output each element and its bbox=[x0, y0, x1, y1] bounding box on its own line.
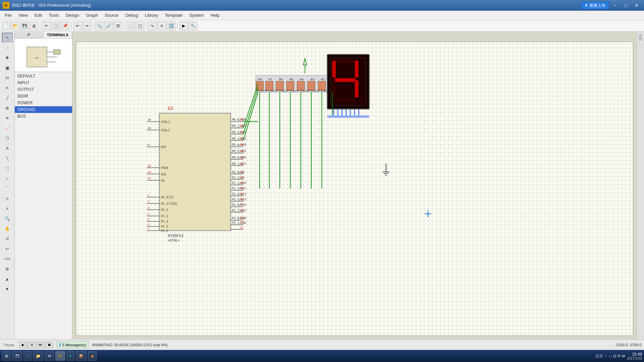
scroll-up-tool[interactable]: ▲ bbox=[2, 274, 13, 284]
text-tool[interactable]: lbl bbox=[2, 73, 13, 82]
browser-button[interactable]: e bbox=[23, 351, 32, 361]
step-button[interactable]: ⏭ bbox=[37, 342, 45, 348]
toolbar-separator-3 bbox=[93, 22, 93, 29]
svg-text:1: 1 bbox=[148, 194, 149, 197]
svg-text:U1: U1 bbox=[168, 106, 173, 111]
maximize-button[interactable]: □ bbox=[621, 2, 631, 9]
zoom-fit-button[interactable]: ⊡ bbox=[114, 21, 122, 30]
app8-button[interactable]: ◆ bbox=[88, 351, 97, 361]
place-bus-button[interactable]: ≡ bbox=[157, 21, 166, 30]
terminal-power[interactable]: POWER bbox=[15, 100, 72, 106]
pan-tool[interactable]: ⊕ bbox=[2, 264, 13, 274]
undo-button[interactable]: ↩ bbox=[73, 21, 82, 30]
menu-item-file[interactable]: File bbox=[1, 11, 15, 19]
select-tool[interactable]: ↖ bbox=[2, 33, 13, 42]
close-button[interactable]: ✕ bbox=[632, 2, 641, 9]
green-app-button[interactable]: ● bbox=[66, 351, 75, 361]
menu-item-tools[interactable]: Tools bbox=[45, 11, 62, 19]
annotation-tool[interactable]: A bbox=[2, 143, 13, 153]
hand-tool[interactable]: ✋ bbox=[2, 224, 13, 233]
deselect-button[interactable]: ▢ bbox=[136, 21, 144, 30]
terminal-input[interactable]: INPUT bbox=[15, 79, 72, 86]
terminal-bidir[interactable]: BIDIR bbox=[15, 93, 72, 100]
line-tool[interactable]: ╲ bbox=[2, 154, 13, 163]
rotate-tool[interactable]: ↺ bbox=[2, 234, 13, 243]
add-tool[interactable]: ✚ bbox=[2, 53, 13, 62]
paste-button[interactable]: 📌 bbox=[61, 21, 69, 30]
svg-text:PULLUP: PULLUP bbox=[258, 89, 268, 92]
menu-item-edit[interactable]: Edit bbox=[31, 11, 45, 19]
zoom-in-button[interactable]: 🔍 bbox=[95, 21, 104, 30]
explorer-button[interactable]: 📁 bbox=[33, 351, 44, 361]
zoom-out-button[interactable]: 🔎 bbox=[104, 21, 113, 30]
messages-indicator[interactable]: ℹ 5 Messages(s) bbox=[57, 341, 89, 348]
taskbar: ⊞ 🗔 e 📁 ✉ IS ● 📦 ◆ 桌面 › ↑↓ ⊡ 中 M 15:49 2… bbox=[0, 350, 644, 362]
arc-tool[interactable]: ⌒ bbox=[2, 184, 13, 193]
debug-button[interactable]: 🔧 bbox=[189, 21, 197, 30]
no-connect-tool[interactable]: ✕ bbox=[2, 113, 13, 123]
place-component-tool[interactable]: → bbox=[2, 43, 13, 52]
terminal-bus[interactable]: BUS bbox=[15, 113, 72, 120]
wire-tool[interactable]: ╱ bbox=[2, 93, 13, 103]
redo-button[interactable]: ↪ bbox=[83, 21, 91, 30]
app7-button[interactable]: 📦 bbox=[76, 351, 87, 361]
menu-item-help[interactable]: Help bbox=[207, 11, 223, 19]
play-button[interactable]: ▶ bbox=[19, 342, 27, 348]
graph-tool[interactable]: 📈 bbox=[2, 123, 13, 133]
toolbar-separator-6 bbox=[177, 22, 177, 29]
svg-text:P1.3: P1.3 bbox=[161, 215, 168, 218]
svg-text:4: 4 bbox=[148, 213, 149, 216]
menu-item-library[interactable]: Library bbox=[142, 11, 162, 19]
menu-item-template[interactable]: Template bbox=[162, 11, 186, 19]
terminal-ground[interactable]: GROUND bbox=[15, 106, 72, 113]
tab-terminals[interactable]: TERMINALS bbox=[44, 32, 72, 38]
menu-item-system[interactable]: System bbox=[186, 11, 207, 19]
new-button[interactable]: 📄 bbox=[1, 21, 10, 30]
svg-text:34: 34 bbox=[240, 149, 243, 153]
place-label-button[interactable]: 🔤 bbox=[167, 21, 175, 30]
tab-parts[interactable]: P bbox=[15, 32, 44, 38]
path-tool[interactable]: ∿ bbox=[2, 194, 13, 203]
scroll-down-tool[interactable]: ▼ bbox=[2, 284, 13, 294]
box-tool[interactable]: □ bbox=[2, 164, 13, 173]
pause-button[interactable]: ⏸ bbox=[28, 342, 36, 348]
menu-item-view[interactable]: View bbox=[15, 11, 31, 19]
terminal-output[interactable]: OUTPUT bbox=[15, 86, 72, 93]
minimize-button[interactable]: − bbox=[610, 2, 620, 9]
save-button[interactable]: 💾 bbox=[20, 21, 29, 30]
stop-button[interactable]: ⏹ bbox=[45, 342, 53, 348]
start-button[interactable]: ⊞ bbox=[2, 351, 11, 361]
circle-tool[interactable]: ○ bbox=[2, 174, 13, 183]
zoom-region-tool[interactable]: 🔍 bbox=[2, 214, 13, 223]
svg-text:PULLUP: PULLUP bbox=[268, 89, 278, 92]
panel-tabs: P TERMINALS bbox=[15, 32, 72, 39]
cut-button[interactable]: ✂ bbox=[42, 21, 51, 30]
open-button[interactable]: 📂 bbox=[11, 21, 19, 30]
snap-tool[interactable]: US0 bbox=[2, 254, 13, 263]
menu-item-graph[interactable]: Graph bbox=[83, 11, 101, 19]
mail-button[interactable]: ✉ bbox=[45, 351, 54, 361]
symbol-tool[interactable]: ⊗ bbox=[2, 204, 13, 213]
taskview-button[interactable]: 🗔 bbox=[12, 351, 22, 361]
isis-taskbar-button[interactable]: IS bbox=[55, 351, 65, 361]
upload-button[interactable]: ⬆ 拢搂上传 bbox=[581, 2, 609, 9]
print-button[interactable]: 🖨 bbox=[30, 21, 38, 30]
run-sim-button[interactable]: ▶ bbox=[179, 21, 188, 30]
svg-rect-141 bbox=[355, 60, 359, 78]
probe-tool[interactable]: ⬡ bbox=[2, 133, 13, 143]
undo-sidebar-btn[interactable]: ↩ bbox=[2, 244, 13, 253]
menu-item-source[interactable]: Source bbox=[101, 11, 122, 19]
copy-button[interactable]: 📋 bbox=[51, 21, 60, 30]
junction-tool[interactable]: ⊕ bbox=[2, 103, 13, 113]
schematic-canvas-area[interactable]: U1 19 XTAL1 18 XTAL2 9 RST 30 PSEN bbox=[72, 32, 637, 339]
svg-rect-114 bbox=[256, 81, 264, 91]
terminal-default[interactable]: DEFAULT bbox=[15, 73, 72, 79]
toolbar-separator-2 bbox=[71, 22, 71, 29]
place-wire-button[interactable]: ∿ bbox=[148, 21, 157, 30]
menu-item-debug[interactable]: Debug bbox=[122, 11, 141, 19]
terminal-tool[interactable]: ▣ bbox=[2, 63, 13, 72]
menu-item-design[interactable]: Design bbox=[62, 11, 83, 19]
select-all-button[interactable]: ⬜ bbox=[126, 21, 135, 30]
bus-tool[interactable]: ≡ bbox=[2, 83, 13, 93]
schematic-canvas[interactable]: U1 19 XTAL1 18 XTAL2 9 RST 30 PSEN bbox=[76, 42, 633, 336]
